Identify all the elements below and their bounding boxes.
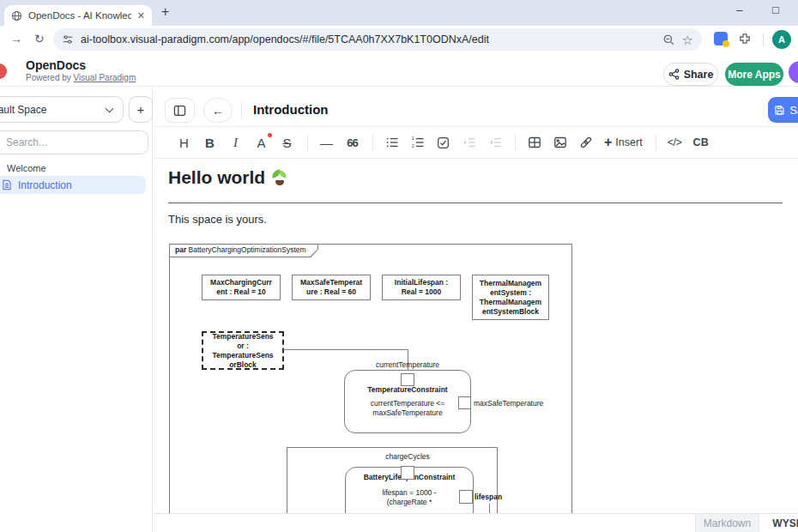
search-input[interactable] [0,130,148,154]
zoom-out-icon[interactable] [662,33,675,46]
document-canvas[interactable]: Hello world This space is yours. par Bat… [154,159,798,513]
window-minimize-button[interactable]: – [736,3,742,16]
url-text: ai-toolbox.visual-paradigm.com/app/opend… [81,33,656,45]
block-temperature-sensor: TemperatureSensor : TemperatureSensorBlo… [202,331,284,370]
port-square [458,396,471,409]
extensions-puzzle-icon[interactable] [738,32,752,45]
toolbar-divider [307,135,308,150]
bullet-list-button[interactable] [384,134,399,151]
intro-paragraph: This space is yours. [168,213,267,226]
toolbar-divider [656,135,656,150]
globe-icon [11,10,22,21]
extension-shortcut-icon[interactable] [714,32,728,45]
toggle-sidebar-button[interactable] [165,98,195,123]
sidebar: Default Space + Welcome Introduction [0,87,153,532]
browser-toolbar: → ↻ ai-toolbox.visual-paradigm.com/app/o… [0,26,798,53]
document-icon [2,179,12,190]
panel-icon [173,105,186,117]
parametric-diagram-image: par BatteryChargingOptimizationSystem Ma… [169,237,573,513]
svg-text:1: 1 [411,136,414,141]
block-thermal-management-system: ThermalManagementSystem : ThermalManagem… [472,275,549,320]
chevron-down-icon [106,104,114,112]
reload-icon[interactable]: ↻ [34,32,45,45]
block-max-charging-current: MaxChargingCurrent : Real = 10 [202,275,281,300]
port-square [401,466,414,480]
heading-button[interactable]: H [177,134,191,151]
url-bar[interactable]: ai-toolbox.visual-paradigm.com/app/opend… [53,28,702,51]
bookmark-star-icon[interactable]: ☆ [682,33,693,46]
save-button[interactable]: Save [768,97,798,123]
opendocs-logo [0,63,7,79]
constraint-expression: lifespan = 1000 - (chargeRate * [346,482,473,507]
forward-icon[interactable]: → [10,32,22,45]
heading-rule [168,203,783,203]
inline-code-button[interactable]: </> [668,134,682,151]
text-color-button[interactable]: A [254,134,269,151]
window-maximize-button[interactable]: □ [772,3,779,16]
indent-button[interactable] [462,134,476,151]
browser-tab[interactable]: OpenDocs - AI Knowledge Base ✕ [4,5,152,26]
port-label-charge-cycles: chargeCycles [348,452,468,461]
document-heading: Hello world [168,167,288,188]
tab-wysiwyg[interactable]: WYSIWYG [759,514,798,532]
toolbar-divider [515,135,516,150]
powered-by: Powered by Visual Paradigm [26,73,136,82]
editor-mode-bar: Markdown WYSIWYG [154,513,798,532]
port-label-max-safe-temperature: maxSafeTemperature [474,399,543,408]
tab-close-icon[interactable]: ✕ [137,10,145,21]
tab-markdown[interactable]: Markdown [695,514,759,532]
connector-line [283,349,408,350]
browser-tab-strip: OpenDocs - AI Knowledge Base ✕ + – □ [0,0,798,26]
blockquote-button[interactable]: 66 [345,134,360,151]
share-button[interactable]: Share [663,63,718,86]
app-header: OpenDocs Powered by Visual Paradigm Shar… [0,53,798,87]
back-button[interactable]: ← [203,98,233,123]
browser-profile-avatar[interactable]: A [772,30,791,49]
site-settings-icon[interactable] [62,33,74,45]
new-tab-button[interactable]: + [161,4,169,20]
table-button[interactable] [527,134,541,151]
toolbar-divider [763,33,764,46]
document-header: ← Introduction Save [154,93,798,127]
port-square [401,373,414,386]
header-divider [241,101,242,119]
constraint-expression: currentTemperature <= maxSafeTemperature [345,395,470,418]
insert-button[interactable]: + Insert [604,135,643,150]
back-arrow-icon: ← [212,104,224,118]
outdent-button[interactable] [487,134,502,151]
tab-title: OpenDocs - AI Knowledge Base [28,10,131,21]
connector-line [489,504,490,513]
app-title: OpenDocs [26,58,86,72]
link-button[interactable] [578,134,593,151]
share-icon [668,69,680,80]
red-dot [268,133,272,137]
code-block-button[interactable]: CB [693,134,709,151]
add-space-button[interactable]: + [129,96,153,123]
block-max-safe-temperature: MaxSafeTemperature : Real = 60 [292,275,371,300]
horizontal-rule-button[interactable]: — [319,134,334,151]
port-label-current-temperature: currentTemperature [348,360,468,369]
image-button[interactable] [553,134,567,151]
sidebar-item-label: Introduction [18,179,72,191]
editor-main: ← Introduction Save H B I A S — 66 [154,87,798,532]
block-initial-lifespan: InitialLifespan : Real = 1000 [382,275,461,300]
frame-label: par BatteryChargingOptimizationSystem [175,245,306,256]
strikethrough-button[interactable]: S [280,134,294,151]
toolbar-divider [372,135,373,150]
save-icon [774,105,785,116]
space-name: Default Space [0,104,46,116]
sidebar-item-introduction[interactable]: Introduction [0,176,146,194]
task-list-button[interactable] [436,134,450,151]
italic-button[interactable]: I [228,134,243,151]
ordered-list-button[interactable]: 1 2 [410,134,425,151]
space-selector[interactable]: Default Space [0,96,124,123]
bold-button[interactable]: B [203,134,217,151]
visual-paradigm-link[interactable]: Visual Paradigm [74,73,136,82]
account-avatar[interactable] [789,61,798,83]
svg-text:2: 2 [411,143,414,148]
port-label-lifespan: lifespan [475,493,502,501]
more-apps-button[interactable]: More Apps [725,63,783,86]
page-title: Introduction [253,102,328,117]
port-square [459,490,473,504]
sidebar-section-welcome: Welcome [7,163,46,173]
